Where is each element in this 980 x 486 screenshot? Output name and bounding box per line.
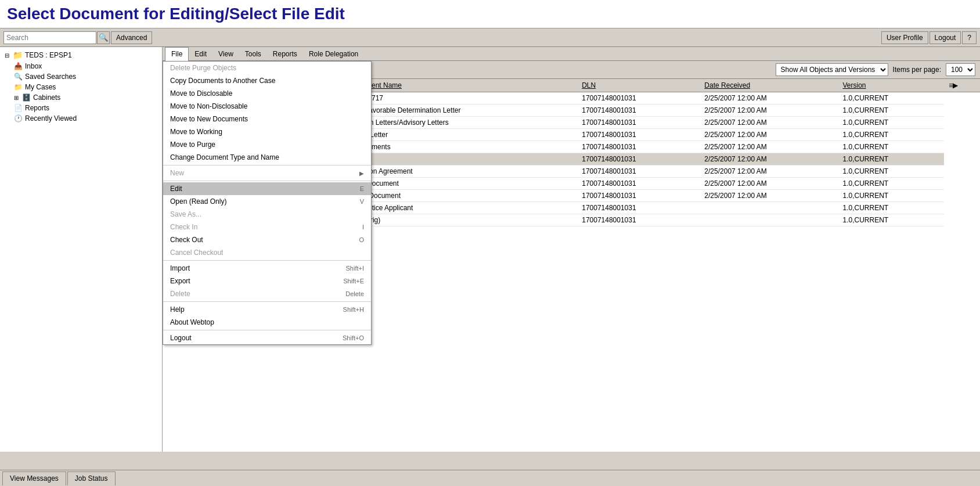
dropdown-delete-purge: Delete Purge Objects	[163, 62, 371, 74]
row-dln: 17007148001031	[577, 92, 700, 105]
sidebar-item-saved-searches[interactable]: 🔍 Saved Searches	[2, 71, 160, 82]
dropdown-check-out[interactable]: Check Out O	[163, 233, 371, 246]
menu-item-reports[interactable]: Reports	[267, 47, 303, 61]
dropdown-save-as: Save As...	[163, 208, 371, 221]
row-doc-name: Trust Document	[345, 178, 577, 190]
search-button[interactable]: 🔍	[97, 31, 110, 44]
shortcut-checkin: I	[362, 224, 364, 231]
shortcut-delete: Delete	[345, 290, 364, 297]
row-version: 1.0,CURRENT	[838, 105, 945, 117]
menubar: File Edit View Tools Reports Role Delega…	[163, 47, 980, 61]
job-status-tab[interactable]: Job Status	[67, 471, 116, 485]
content-area: File Edit View Tools Reports Role Delega…	[163, 47, 980, 452]
dropdown-sep-2	[163, 181, 371, 181]
dropdown-cancel-checkout: Cancel Checkout	[163, 246, 371, 259]
row-version: 1.0,CURRENT	[838, 178, 945, 190]
row-doc-name	[345, 153, 577, 165]
dropdown-sep-1	[163, 165, 371, 165]
sidebar-item-label: Cabinets	[33, 93, 60, 102]
row-date: 2/25/2007 12:00 AM	[700, 165, 838, 178]
sidebar-item-my-cases[interactable]: 📁 My Cases	[2, 82, 160, 92]
dropdown-help[interactable]: Help Shift+H	[163, 303, 371, 316]
dropdown-move-purge[interactable]: Move to Purge	[163, 138, 371, 151]
dropdown-copy-docs[interactable]: Copy Documents to Another Case	[163, 74, 371, 87]
row-date: 2/25/2007 12:00 AM	[700, 178, 838, 190]
sidebar-item-label: Reports	[25, 104, 49, 112]
shortcut-import: Shift+I	[346, 265, 365, 272]
dropdown-edit[interactable]: Edit E	[163, 182, 371, 195]
menu-item-edit[interactable]: Edit	[189, 47, 212, 61]
row-date: 2/25/2007 12:00 AM	[700, 92, 838, 105]
row-version: 1.0,CURRENT	[838, 165, 945, 178]
file-dropdown: Delete Purge Objects Copy Documents to A…	[163, 61, 372, 345]
dropdown-move-working[interactable]: Move to Working	[163, 125, 371, 138]
menu-item-view[interactable]: View	[212, 47, 239, 61]
row-dln: 17007148001031	[577, 153, 700, 165]
advanced-button[interactable]: Advanced	[111, 31, 152, 44]
col-dln[interactable]: DLN	[577, 79, 700, 92]
row-doc-name: Cover Letter	[345, 129, 577, 141]
dropdown-move-disclosable[interactable]: Move to Disclosable	[163, 87, 371, 100]
sidebar-item-inbox[interactable]: 📥 Inbox	[2, 61, 160, 71]
sidebar-item-label: Inbox	[25, 62, 42, 70]
row-dln: 17007148001031	[577, 129, 700, 141]
sidebar-root-label: TEDS : EPSP1	[25, 51, 72, 59]
right-toolbar: User Profile Logout ?	[881, 31, 977, 44]
row-version: 1.0,CURRENT	[838, 214, 945, 226]
row-doc-name: Form 8717	[345, 92, 577, 105]
dropdown-logout[interactable]: Logout Shift+O	[163, 332, 371, 344]
row-doc-name: Ack Notice Applicant	[345, 202, 577, 214]
row-doc-name: Amendments	[345, 141, 577, 153]
row-doc-name: Adoption Agreement	[345, 165, 577, 178]
row-doc-name: Opinion Letters/Advisory Letters	[345, 117, 577, 129]
dropdown-check-in: Check In I	[163, 221, 371, 233]
col-actions[interactable]: ≡▶	[944, 79, 980, 92]
row-version: 1.0,CURRENT	[838, 117, 945, 129]
view-messages-tab[interactable]: View Messages	[2, 471, 66, 485]
inbox-icon: 📥	[14, 62, 23, 70]
row-version: 1.0,CURRENT	[838, 141, 945, 153]
dropdown-export[interactable]: Export Shift+E	[163, 275, 371, 287]
dropdown-open-readonly[interactable]: Open (Read Only) V	[163, 195, 371, 208]
row-dln: 17007148001031	[577, 178, 700, 190]
show-objects-select[interactable]: Show All Objects and Versions	[776, 63, 888, 76]
report-icon: 📄	[14, 104, 23, 112]
col-date-received[interactable]: Date Received	[700, 79, 838, 92]
row-dln: 17007148001031	[577, 117, 700, 129]
sidebar-item-cabinets[interactable]: ⊞ 🗄️ Cabinets	[2, 92, 160, 103]
sidebar-item-recently-viewed[interactable]: 🕐 Recently Viewed	[2, 113, 160, 124]
row-date: 2/25/2007 12:00 AM	[700, 129, 838, 141]
menu-item-tools[interactable]: Tools	[239, 47, 267, 61]
dropdown-delete: Delete Delete	[163, 287, 371, 300]
menu-item-file[interactable]: File	[165, 47, 189, 61]
items-per-page-select[interactable]: 100	[946, 63, 975, 76]
sidebar-root[interactable]: ⊟ 📁 TEDS : EPSP1	[2, 49, 160, 61]
dropdown-about-webtop[interactable]: About Webtop	[163, 316, 371, 329]
row-date: 2/25/2007 12:00 AM	[700, 141, 838, 153]
row-date: 2/25/2007 12:00 AM	[700, 153, 838, 165]
cabinet-icon: 🗄️	[22, 93, 31, 102]
sidebar-item-label: Recently Viewed	[25, 114, 77, 123]
row-doc-name: Other Document	[345, 190, 577, 202]
sidebar-item-reports[interactable]: 📄 Reports	[2, 103, 160, 113]
dropdown-import[interactable]: Import Shift+I	[163, 262, 371, 275]
row-dln: 17007148001031	[577, 141, 700, 153]
help-button[interactable]: ?	[962, 31, 977, 44]
shortcut-edit: E	[360, 185, 364, 192]
search-input[interactable]	[3, 31, 96, 44]
col-doc-name[interactable]: Document Name	[345, 79, 577, 92]
folder-icon: 📁	[14, 83, 23, 91]
user-profile-button[interactable]: User Profile	[881, 31, 928, 44]
dropdown-move-new-docs[interactable]: Move to New Documents	[163, 113, 371, 125]
search-icon: 🔍	[99, 33, 109, 42]
dropdown-sep-3	[163, 260, 371, 261]
dropdown-change-doc-type[interactable]: Change Document Type and Name	[163, 151, 371, 164]
col-version[interactable]: Version	[838, 79, 945, 92]
menu-item-role-delegation[interactable]: Role Delegation	[303, 47, 364, 61]
row-dln: 17007148001031	[577, 165, 700, 178]
tree-expand-icon: ⊞	[14, 95, 19, 101]
row-dln: 17007148001031	[577, 214, 700, 226]
dropdown-move-non-disclosable[interactable]: Move to Non-Disclosable	[163, 100, 371, 113]
sidebar-item-label: Saved Searches	[25, 73, 76, 81]
logout-button[interactable]: Logout	[929, 31, 961, 44]
